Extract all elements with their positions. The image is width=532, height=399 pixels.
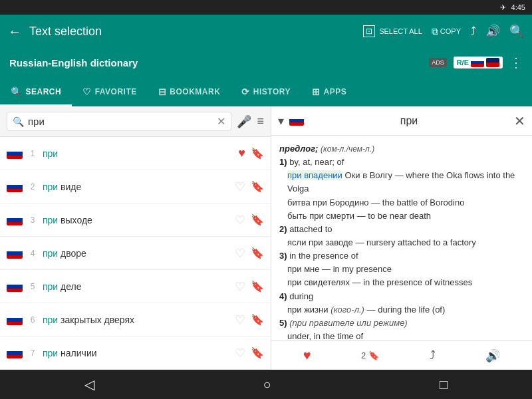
search-input-wrap: 🔍 ✕	[7, 112, 231, 131]
close-button[interactable]: ✕	[514, 113, 525, 129]
item-word: при наличии	[43, 348, 229, 358]
bookmark-icon[interactable]: 🔖	[251, 313, 264, 326]
item-word: при деле	[43, 281, 229, 292]
search-input[interactable]	[28, 116, 213, 127]
favorite-tab-icon: ♡	[82, 86, 92, 97]
flag-icon	[7, 315, 23, 325]
def-entry-2: 2) attached to	[279, 223, 524, 236]
def-entry-3: 3) in the presence of	[279, 249, 524, 263]
list-item[interactable]: 3 при выходе ♡ 🔖	[0, 203, 271, 237]
favorite-icon[interactable]: ♡	[235, 180, 245, 194]
favorite-icon[interactable]: ♡	[235, 246, 245, 261]
volume-button[interactable]: 🔊	[485, 24, 500, 39]
list-item[interactable]: 2 при виде ♡ 🔖	[0, 170, 271, 203]
list-item[interactable]: 7 при наличии ♡ 🔖	[0, 336, 271, 370]
item-number: 3	[28, 215, 37, 225]
bookmark-icon[interactable]: 🔖	[251, 280, 264, 293]
menu-button[interactable]: ⋮	[509, 55, 523, 70]
def-example-4a: при жизни (кого-л.) — during the life (o…	[279, 303, 524, 317]
bookmark-count-button[interactable]: 2 🔖	[361, 350, 379, 360]
list-item[interactable]: 4 при дворе ♡ 🔖	[0, 237, 271, 270]
def-example-3a: при мне — in my presence	[279, 263, 524, 276]
search-tab-icon: 🔍	[11, 86, 23, 97]
flag-icon	[7, 148, 23, 159]
grammar-note: (ком-л./чем-л.)	[321, 144, 374, 154]
tabs-bar: 🔍 SEARCH ♡ FAVORITE ⊟ BOOKMARK ⟳ HISTORY…	[0, 77, 532, 106]
def-example-5a: under, in the time of	[279, 330, 524, 340]
definition-pos-line: предлог; (ком-л./чем-л.)	[279, 142, 524, 156]
flag-icon	[7, 248, 23, 259]
def-example-1b: битва при Бородино — the battle of Borod…	[279, 196, 524, 209]
item-number: 6	[28, 315, 37, 325]
filter-button[interactable]: ≡	[257, 114, 264, 128]
lang-badge[interactable]: R/E	[454, 57, 503, 68]
favorite-icon[interactable]: ♡	[235, 213, 245, 227]
item-number: 7	[28, 348, 37, 358]
app-bar-actions: ⊡SELECT ALL ⧉ COPY ⤴ 🔊 🔍	[363, 24, 524, 39]
flag-english	[486, 58, 499, 67]
definition-word-title: при	[309, 115, 509, 127]
favorite-icon[interactable]: ♥	[238, 146, 245, 160]
definition-flag	[289, 116, 304, 126]
lang-label: R/E	[457, 59, 469, 66]
chevron-down-icon[interactable]: ▾	[278, 114, 284, 128]
back-button[interactable]: ←	[8, 24, 21, 39]
tab-search[interactable]: 🔍 SEARCH	[0, 77, 72, 106]
tab-favorite[interactable]: ♡ FAVORITE	[72, 77, 148, 106]
share-button[interactable]: ⤴	[470, 25, 476, 39]
item-number: 5	[28, 282, 37, 291]
search-button[interactable]: 🔍	[509, 24, 524, 39]
second-bar: Russian-English dictionary ADS R/E ⋮	[0, 48, 532, 77]
tab-bookmark[interactable]: ⊟ BOOKMARK	[148, 77, 231, 106]
definition-footer: ♥ 2 🔖 ⤴ 🔊	[271, 340, 532, 370]
favorite-button[interactable]: ♥	[303, 348, 311, 363]
def-example-1a: при впадении Оки в Волгу — where the Oka…	[279, 169, 524, 196]
list-item[interactable]: 6 при закрытых дверях ♡ 🔖	[0, 303, 271, 336]
bookmark-icon[interactable]: 🔖	[251, 346, 264, 359]
bookmark-tab-icon: ⊟	[158, 86, 167, 97]
bookmark-icon[interactable]: 🔖	[251, 213, 264, 226]
def-example-3b: при свидетелях — in the presence of witn…	[279, 276, 524, 289]
tab-apps[interactable]: ⊞ APPS	[301, 77, 357, 106]
definition-header: ▾ при ✕	[271, 106, 532, 136]
second-bar-actions: ADS R/E ⋮	[429, 55, 523, 70]
recents-nav-button[interactable]: □	[440, 377, 448, 392]
item-word: при дворе	[43, 248, 229, 259]
clear-button[interactable]: ✕	[217, 115, 225, 128]
flag-icon	[7, 182, 23, 192]
apps-tab-icon: ⊞	[312, 86, 321, 97]
share-button[interactable]: ⤴	[430, 348, 436, 362]
bookmark-number: 2	[361, 350, 366, 360]
history-tab-icon: ⟳	[241, 86, 250, 97]
tab-history[interactable]: ⟳ HISTORY	[231, 77, 301, 106]
bookmark-icon[interactable]: 🔖	[251, 147, 264, 160]
part-of-speech: предлог;	[279, 144, 318, 154]
bookmark-icon[interactable]: 🔖	[251, 247, 264, 259]
list-item[interactable]: 5 при деле ♡ 🔖	[0, 270, 271, 303]
back-nav-button[interactable]: ◁	[84, 376, 94, 392]
list-item[interactable]: 1 при ♥ 🔖	[0, 137, 271, 170]
item-word: при	[43, 148, 233, 159]
app-bar: ← Text selection ⊡SELECT ALL ⧉ COPY ⤴ 🔊 …	[0, 15, 532, 48]
favorite-tab-label: FAVORITE	[95, 87, 137, 96]
definition-panel: ▾ при ✕ предлог; (ком-л./чем-л.) 1) by, …	[271, 106, 532, 370]
favorite-icon[interactable]: ♡	[235, 279, 245, 294]
item-word: при выходе	[43, 215, 229, 225]
status-time: 4:45	[511, 3, 525, 11]
dict-title: Russian-English dictionary	[9, 57, 138, 68]
item-word: при виде	[43, 182, 229, 192]
def-entry-4: 4) during	[279, 290, 524, 303]
airplane-icon: ✈	[500, 3, 506, 12]
search-icon: 🔍	[13, 116, 24, 127]
favorite-icon[interactable]: ♡	[235, 346, 245, 360]
bookmark-icon[interactable]: 🔖	[251, 180, 264, 193]
home-nav-button[interactable]: ○	[263, 377, 271, 392]
select-all-button[interactable]: ⊡SELECT ALL	[363, 25, 422, 37]
history-tab-label: HISTORY	[253, 87, 291, 96]
bookmark-tab-label: BOOKMARK	[170, 87, 220, 96]
item-word: при закрытых дверях	[43, 315, 229, 325]
mic-button[interactable]: 🎤	[237, 114, 251, 129]
favorite-icon[interactable]: ♡	[235, 313, 245, 327]
volume-button[interactable]: 🔊	[485, 348, 500, 363]
copy-button[interactable]: ⧉ COPY	[432, 26, 461, 37]
